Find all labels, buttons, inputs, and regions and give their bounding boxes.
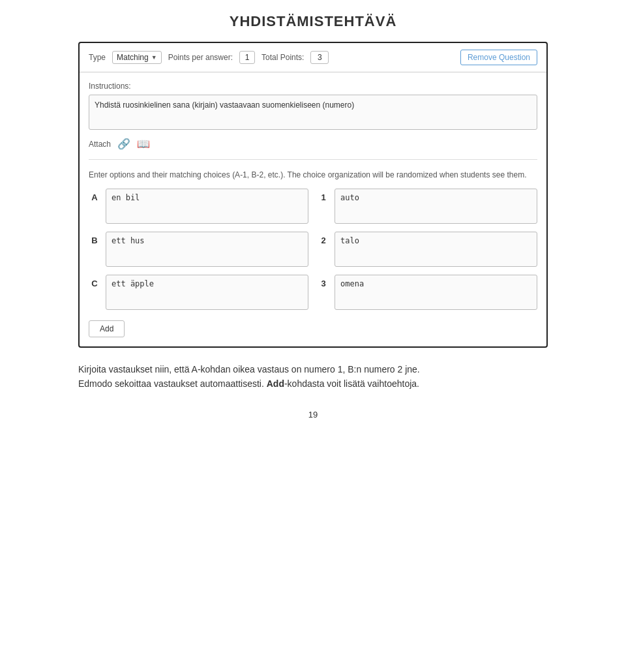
letter-3: 3: [318, 275, 329, 288]
options-hint: Enter options and their matching choices…: [89, 169, 537, 181]
chevron-down-icon: ▼: [151, 54, 157, 61]
card-body: Instructions: Yhdistä ruosinkielinen san…: [80, 72, 546, 346]
question-card: Type Matching ▼ Points per answer: 1 Tot…: [78, 42, 548, 348]
input-c[interactable]: [106, 275, 308, 310]
remove-question-button[interactable]: Remove Question: [460, 50, 537, 65]
add-button[interactable]: Add: [89, 320, 125, 337]
letter-c: C: [89, 275, 100, 288]
page-number: 19: [308, 410, 318, 420]
footer-line1: Kirjoita vastaukset niin, että A-kohdan …: [78, 364, 420, 374]
footer-add-bold: Add: [267, 378, 284, 389]
match-left-b: B: [89, 232, 308, 267]
input-a[interactable]: [106, 189, 308, 224]
matching-table: A 1 B 2: [89, 189, 537, 310]
letter-a: A: [89, 189, 100, 202]
matching-row: B 2: [89, 232, 537, 267]
match-left-a: A: [89, 189, 308, 224]
instructions-label: Instructions:: [89, 82, 537, 91]
footer-text: Kirjoita vastaukset niin, että A-kohdan …: [78, 362, 548, 391]
match-left-c: C: [89, 275, 308, 310]
input-1[interactable]: [335, 189, 537, 224]
points-per-answer-value[interactable]: 1: [239, 51, 255, 64]
match-right-3: 3: [318, 275, 537, 310]
letter-1: 1: [318, 189, 329, 202]
instructions-text: Yhdistä ruosinkielinen sana (kirjain) va…: [89, 95, 537, 130]
type-select[interactable]: Matching ▼: [112, 51, 162, 64]
attach-row: Attach 🔗 📖: [89, 138, 537, 160]
link-icon[interactable]: 🔗: [117, 138, 130, 150]
footer-line2-suffix: -kohdasta voit lisätä vaihtoehtoja.: [284, 378, 419, 389]
total-points-label: Total Points:: [261, 53, 304, 62]
attach-label: Attach: [89, 140, 111, 149]
type-value: Matching: [117, 53, 149, 62]
input-b[interactable]: [106, 232, 308, 267]
matching-row: C 3: [89, 275, 537, 310]
match-right-2: 2: [318, 232, 537, 267]
type-label: Type: [89, 53, 106, 62]
match-right-1: 1: [318, 189, 537, 224]
letter-2: 2: [318, 232, 329, 245]
matching-row: A 1: [89, 189, 537, 224]
card-header: Type Matching ▼ Points per answer: 1 Tot…: [80, 43, 546, 72]
page-title: YHDISTÄMISTEHTÄVÄ: [230, 13, 397, 30]
footer-line2-prefix: Edmodo sekoittaa vastaukset automaattise…: [78, 378, 267, 389]
input-2[interactable]: [335, 232, 537, 267]
input-3[interactable]: [335, 275, 537, 310]
book-icon[interactable]: 📖: [137, 138, 150, 150]
points-per-answer-label: Points per answer:: [168, 53, 233, 62]
letter-b: B: [89, 232, 100, 245]
total-points-value: 3: [310, 51, 329, 64]
